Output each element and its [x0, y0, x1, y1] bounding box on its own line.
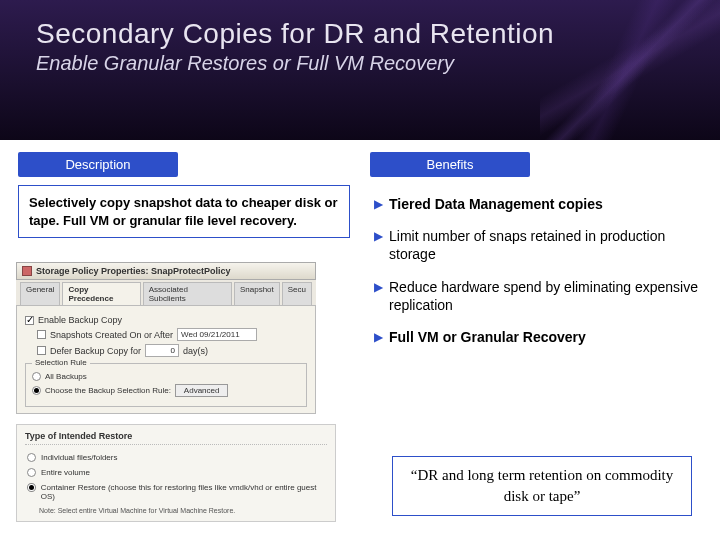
description-label: Description — [18, 152, 178, 177]
restore-type-screenshot: Type of Intended Restore Individual file… — [16, 424, 336, 522]
left-column: Description Selectively copy snapshot da… — [18, 152, 350, 540]
window-icon — [22, 266, 32, 276]
benefits-label: Benefits — [370, 152, 530, 177]
mock-tab: General — [20, 282, 60, 305]
snapshots-after-label: Snapshots Created On or After — [50, 330, 173, 340]
selection-rule-group: Selection Rule All Backups Choose the Ba… — [25, 363, 307, 407]
checkbox-icon — [37, 330, 46, 339]
benefit-item: ▶ Limit number of snaps retained in prod… — [374, 227, 702, 263]
container-restore-option: Container Restore (choose this for resto… — [41, 483, 325, 501]
benefit-item: ▶ Full VM or Granular Recovery — [374, 328, 702, 346]
days-unit: day(s) — [183, 346, 208, 356]
radio-icon — [27, 483, 36, 492]
quote-box: “DR and long term retention on commodity… — [392, 456, 692, 516]
benefit-text: Limit number of snaps retained in produc… — [389, 227, 702, 263]
bullet-arrow-icon: ▶ — [374, 197, 383, 213]
bullet-arrow-icon: ▶ — [374, 330, 383, 346]
benefit-text: Full VM or Granular Recovery — [389, 328, 586, 346]
checkbox-icon — [25, 316, 34, 325]
entire-volume-option: Entire volume — [41, 468, 90, 477]
right-column: Benefits ▶ Tiered Data Management copies… — [370, 152, 702, 540]
group-label: Selection Rule — [32, 358, 90, 367]
radio-icon — [32, 386, 41, 395]
restore-type-title: Type of Intended Restore — [25, 431, 327, 445]
date-field: Wed 09/21/2011 — [177, 328, 257, 341]
checkbox-icon — [37, 346, 46, 355]
mock-tab: Snapshot — [234, 282, 280, 305]
slide-title: Secondary Copies for DR and Retention — [36, 18, 720, 50]
mock-tabs: General Copy Precedence Associated Subcl… — [16, 280, 316, 306]
radio-icon — [27, 468, 36, 477]
all-backups-option: All Backups — [45, 372, 87, 381]
choose-rule-option: Choose the Backup Selection Rule: — [45, 386, 171, 395]
radio-icon — [27, 453, 36, 462]
benefit-text: Reduce hardware spend by eliminating exp… — [389, 278, 702, 314]
mock-window-title: Storage Policy Properties: SnapProtectPo… — [36, 266, 231, 276]
mock-tab: Secu — [282, 282, 312, 305]
enable-backup-copy-label: Enable Backup Copy — [38, 315, 122, 325]
restore-note: Note: Select entire Virtual Machine for … — [39, 507, 327, 515]
mock-tab: Associated Subclients — [143, 282, 232, 305]
bullet-arrow-icon: ▶ — [374, 229, 383, 245]
radio-icon — [32, 372, 41, 381]
storage-policy-screenshot: Storage Policy Properties: SnapProtectPo… — [16, 262, 316, 414]
individual-files-option: Individual files/folders — [41, 453, 117, 462]
benefit-text: Tiered Data Management copies — [389, 195, 603, 213]
days-field: 0 — [145, 344, 179, 357]
defer-copy-label: Defer Backup Copy for — [50, 346, 141, 356]
mock-body: Enable Backup Copy Snapshots Created On … — [16, 306, 316, 414]
description-text: Selectively copy snapshot data to cheape… — [18, 185, 350, 238]
mock-titlebar: Storage Policy Properties: SnapProtectPo… — [16, 262, 316, 280]
benefit-item: ▶ Tiered Data Management copies — [374, 195, 702, 213]
mock-tab: Copy Precedence — [62, 282, 140, 305]
benefit-item: ▶ Reduce hardware spend by eliminating e… — [374, 278, 702, 314]
slide-header: Secondary Copies for DR and Retention En… — [0, 0, 720, 140]
slide-content: Description Selectively copy snapshot da… — [0, 152, 720, 540]
advanced-button: Advanced — [175, 384, 229, 397]
slide-subtitle: Enable Granular Restores or Full VM Reco… — [36, 52, 720, 75]
bullet-arrow-icon: ▶ — [374, 280, 383, 296]
